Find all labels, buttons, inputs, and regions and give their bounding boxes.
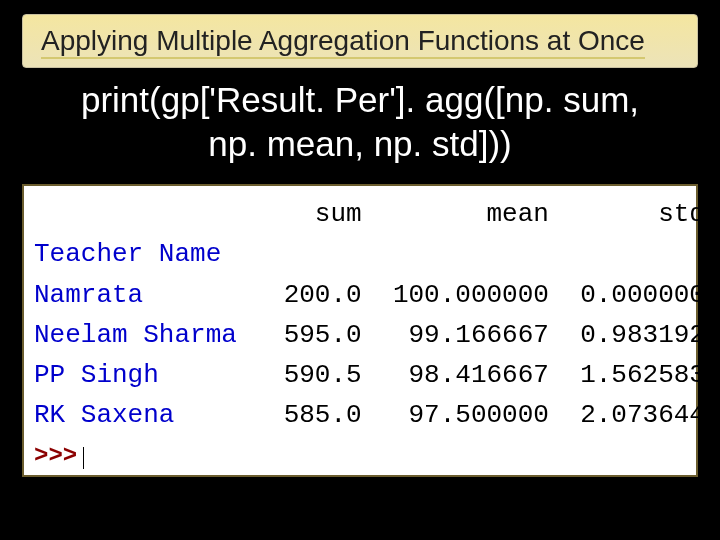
- cell-sum: 200.0: [284, 280, 362, 310]
- table-row: Namrata 200.0 100.000000 0.000000: [34, 280, 705, 310]
- cell-mean: 97.500000: [408, 400, 548, 430]
- row-name: RK Saxena: [34, 400, 174, 430]
- table-row: RK Saxena 585.0 97.500000 2.073644: [34, 400, 705, 430]
- python-prompt: >>>: [34, 442, 77, 469]
- row-name: Namrata: [34, 280, 143, 310]
- cell-std: 0.000000: [580, 280, 705, 310]
- prompt-row: >>>: [34, 442, 686, 469]
- col-header-row: sum mean std: [34, 199, 705, 229]
- cell-std: 0.983192: [580, 320, 705, 350]
- code-snippet: print(gp['Result. Per']. agg([np. sum, n…: [0, 78, 720, 166]
- col-sum: sum: [315, 199, 362, 229]
- cell-sum: 585.0: [284, 400, 362, 430]
- cell-sum: 590.5: [284, 360, 362, 390]
- cell-mean: 98.416667: [408, 360, 548, 390]
- code-line-2: np. mean, np. std])): [208, 124, 511, 163]
- cell-mean: 100.000000: [393, 280, 549, 310]
- cell-std: 1.562583: [580, 360, 705, 390]
- col-mean: mean: [487, 199, 549, 229]
- cell-std: 2.073644: [580, 400, 705, 430]
- code-line-1: print(gp['Result. Per']. agg([np. sum,: [81, 80, 639, 119]
- cell-sum: 595.0: [284, 320, 362, 350]
- output-box: sum mean std Teacher Name Namrata 200.0 …: [22, 184, 698, 477]
- row-name: Neelam Sharma: [34, 320, 237, 350]
- slide: Applying Multiple Aggregation Functions …: [0, 0, 720, 540]
- output-table: sum mean std Teacher Name Namrata 200.0 …: [34, 194, 686, 436]
- table-row: PP Singh 590.5 98.416667 1.562583: [34, 360, 705, 390]
- table-row: Neelam Sharma 595.0 99.166667 0.983192: [34, 320, 705, 350]
- title-box: Applying Multiple Aggregation Functions …: [22, 14, 698, 68]
- col-std: std: [658, 199, 705, 229]
- row-name: PP Singh: [34, 360, 159, 390]
- cursor-icon: [83, 447, 84, 469]
- index-name: Teacher Name: [34, 239, 221, 269]
- cell-mean: 99.166667: [408, 320, 548, 350]
- slide-title: Applying Multiple Aggregation Functions …: [41, 25, 645, 59]
